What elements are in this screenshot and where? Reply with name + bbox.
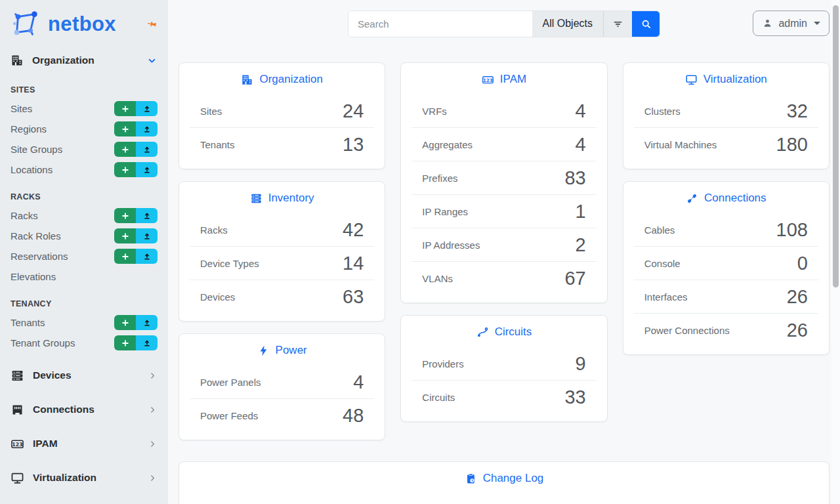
import-regions-button[interactable]	[136, 121, 158, 136]
upload-icon	[142, 165, 152, 175]
item-action-buttons	[114, 228, 158, 243]
add-site-groups-button[interactable]	[114, 142, 136, 157]
stat-value[interactable]: 42	[343, 220, 364, 240]
global-search-group: All Objects	[348, 10, 660, 37]
sidebar-item-regions[interactable]: Regions	[0, 119, 168, 139]
stat-value[interactable]: 24	[343, 102, 364, 121]
sidebar-item-virtualization[interactable]: Virtualization	[0, 461, 168, 495]
netbox-logo-icon[interactable]	[10, 9, 41, 39]
add-reservations-button[interactable]	[114, 249, 136, 264]
stat-label: Prefixes	[422, 173, 457, 184]
stat-value[interactable]: 13	[343, 135, 364, 154]
stat-value[interactable]: 48	[343, 406, 364, 425]
plus-icon	[121, 145, 130, 154]
stat-value[interactable]: 32	[787, 102, 808, 121]
sidebar-item-connections[interactable]: Connections	[0, 392, 168, 427]
stat-label: Console	[644, 258, 681, 269]
stat-value[interactable]: 9	[576, 354, 586, 373]
stat-row-power-panels: Power Panels4	[179, 366, 385, 398]
add-racks-button[interactable]	[114, 208, 136, 223]
stat-value[interactable]: 14	[343, 254, 364, 273]
stat-value[interactable]: 1	[576, 202, 586, 221]
pin-sidebar-button[interactable]	[145, 18, 158, 30]
import-tenants-button[interactable]	[136, 315, 158, 330]
import-rack-roles-button[interactable]	[136, 228, 158, 243]
scrollbar-thumb[interactable]	[833, 5, 839, 287]
netbox-wordmark[interactable]: netbox	[48, 14, 116, 34]
add-tenant-groups-button[interactable]	[114, 335, 136, 350]
stat-value[interactable]: 4	[576, 135, 586, 154]
search-scope-dropdown[interactable]: All Objects	[532, 11, 603, 37]
stat-value[interactable]: 0	[797, 254, 808, 273]
card-title-ipam[interactable]: 123IPAM	[401, 63, 606, 94]
brand-header: netbox	[0, 0, 168, 48]
stat-label: Clusters	[644, 106, 681, 117]
sidebar-item-devices[interactable]: Devices	[0, 358, 168, 392]
card-title-label: Inventory	[268, 192, 314, 205]
card-title-inventory[interactable]: Inventory	[179, 182, 385, 213]
stat-value[interactable]: 2	[576, 236, 586, 255]
stat-value[interactable]: 26	[787, 287, 808, 306]
search-submit-button[interactable]	[632, 11, 660, 37]
import-site-groups-button[interactable]	[136, 142, 158, 157]
stat-value[interactable]: 180	[776, 135, 808, 154]
import-sites-button[interactable]	[136, 101, 158, 116]
sidebar-item-tenants[interactable]: Tenants	[0, 312, 168, 333]
stat-value[interactable]: 63	[343, 287, 364, 306]
stat-value[interactable]: 108	[776, 220, 808, 240]
add-locations-button[interactable]	[114, 162, 136, 177]
sidebar-item-site-groups[interactable]: Site Groups	[0, 139, 168, 159]
import-reservations-button[interactable]	[136, 249, 158, 264]
stat-value[interactable]: 33	[564, 388, 585, 407]
plus-icon	[121, 125, 130, 134]
change-log-title[interactable]: Change Log	[179, 462, 829, 494]
sidebar-item-sites[interactable]: Sites	[0, 98, 168, 119]
stat-value[interactable]: 26	[787, 321, 808, 340]
stat-label: Devices	[200, 291, 235, 303]
pin-icon	[145, 18, 158, 30]
card-title-organization[interactable]: Organization	[179, 63, 385, 94]
user-menu-button[interactable]: admin	[753, 10, 830, 36]
stat-label: Tenants	[200, 139, 235, 150]
add-rack-roles-button[interactable]	[114, 228, 136, 243]
item-action-buttons	[114, 162, 158, 177]
add-tenants-button[interactable]	[114, 315, 136, 330]
add-sites-button[interactable]	[114, 101, 136, 116]
dashboard-column-3: VirtualizationClusters32Virtual Machines…	[623, 62, 830, 355]
sidebar-item-reservations[interactable]: Reservations	[0, 246, 168, 266]
sidebar-item-label: Reservations	[10, 251, 68, 262]
import-tenant-groups-button[interactable]	[136, 335, 158, 350]
sidebar-item-ipam[interactable]: 123IPAM	[0, 427, 168, 461]
card-title-connections[interactable]: Connections	[623, 182, 829, 213]
sidebar-item-rack-roles[interactable]: Rack Roles	[0, 226, 168, 246]
stat-label: Racks	[200, 224, 228, 236]
stat-label: Aggregates	[422, 139, 472, 150]
stat-value[interactable]: 4	[353, 373, 364, 392]
sidebar-item-tenant-groups[interactable]: Tenant Groups	[0, 333, 168, 353]
stat-value[interactable]: 67	[564, 269, 585, 288]
import-racks-button[interactable]	[136, 208, 158, 223]
stat-row-ip-ranges: IP Ranges1	[401, 195, 606, 228]
sidebar-item-label: Elevations	[10, 271, 56, 282]
stat-value[interactable]: 4	[576, 102, 586, 121]
stat-row-sites: Sites24	[179, 94, 385, 127]
topbar: All Objects admin	[178, 0, 830, 47]
add-regions-button[interactable]	[114, 121, 136, 136]
sidebar-group-title-racks: RACKS	[0, 180, 168, 205]
stat-value[interactable]: 83	[564, 169, 585, 188]
import-locations-button[interactable]	[136, 162, 158, 177]
sidebar-item-label: Regions	[10, 123, 47, 135]
card-title-circuits[interactable]: Circuits	[401, 316, 606, 347]
card-title-virtualization[interactable]: Virtualization	[623, 63, 829, 94]
sidebar-item-organization[interactable]: Organization	[0, 48, 168, 73]
sidebar-item-racks[interactable]: Racks	[0, 205, 168, 226]
plus-icon	[121, 252, 130, 261]
search-filter-button[interactable]	[603, 11, 632, 37]
circuits-icon	[476, 326, 489, 339]
card-title-power[interactable]: Power	[179, 334, 385, 366]
sidebar-item-locations[interactable]: Locations	[0, 159, 168, 180]
sidebar-item-elevations[interactable]: Elevations	[0, 266, 168, 287]
item-action-buttons	[114, 101, 158, 116]
search-input[interactable]	[348, 11, 532, 37]
stat-label: Device Types	[200, 258, 259, 269]
